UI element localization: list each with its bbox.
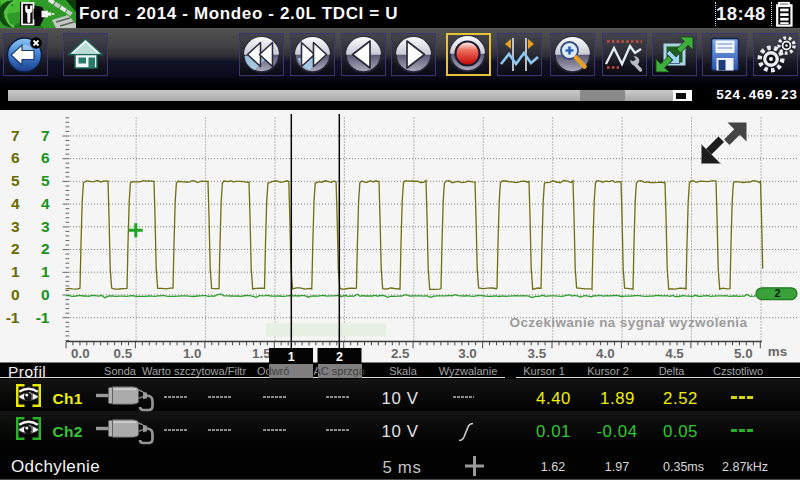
svg-text:4.0: 4.0	[596, 346, 615, 361]
svg-text:Oczekiwanie na sygnał wyzwolen: Oczekiwanie na sygnał wyzwolenia	[510, 315, 748, 330]
svg-text:3.0: 3.0	[458, 346, 477, 361]
svg-text:0.5: 0.5	[113, 346, 132, 361]
svg-text:4.5: 4.5	[665, 346, 684, 361]
svg-text:6: 6	[11, 149, 20, 166]
svg-text:2: 2	[774, 287, 780, 299]
svg-text:0: 0	[41, 286, 50, 303]
svg-text:2.5: 2.5	[391, 346, 410, 361]
svg-text:2: 2	[11, 240, 20, 257]
svg-text:5: 5	[11, 172, 20, 189]
svg-text:-1: -1	[36, 309, 50, 326]
svg-text:2: 2	[336, 350, 343, 364]
svg-text:0: 0	[11, 286, 20, 303]
svg-text:4: 4	[11, 195, 20, 212]
svg-text:1.0: 1.0	[183, 346, 202, 361]
svg-text:5: 5	[41, 172, 50, 189]
svg-text:3.5: 3.5	[527, 346, 546, 361]
svg-text:-1: -1	[6, 309, 20, 326]
svg-text:ms: ms	[768, 344, 787, 359]
svg-text:2: 2	[41, 240, 50, 257]
svg-text:0.0: 0.0	[71, 346, 90, 361]
svg-text:1: 1	[41, 263, 50, 280]
svg-text:6: 6	[41, 149, 50, 166]
svg-text:7: 7	[11, 127, 20, 144]
svg-text:7: 7	[41, 127, 50, 144]
svg-text:1: 1	[288, 350, 295, 364]
svg-text:5.0: 5.0	[734, 346, 753, 361]
svg-text:4: 4	[41, 195, 50, 212]
svg-text:1.5: 1.5	[252, 346, 271, 361]
svg-text:3: 3	[41, 218, 50, 235]
svg-text:1: 1	[11, 263, 20, 280]
svg-text:3: 3	[11, 218, 20, 235]
